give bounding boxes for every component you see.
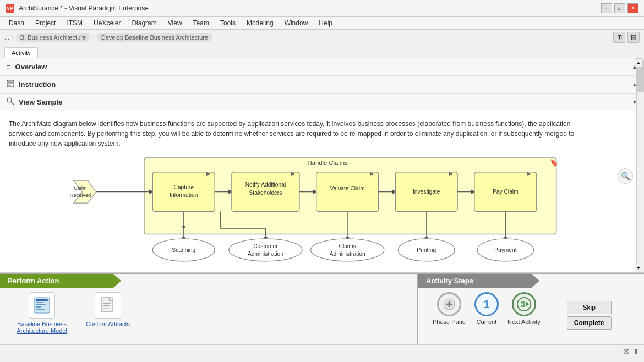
menu-modeling[interactable]: Modeling — [241, 18, 279, 28]
svg-rect-61 — [36, 309, 45, 310]
svg-text:Stakeholders: Stakeholders — [249, 190, 282, 196]
close-button[interactable]: ✕ — [627, 3, 638, 13]
scroll-down-icon[interactable]: ▼ — [635, 264, 642, 272]
svg-point-44 — [229, 239, 302, 261]
svg-text:🔖: 🔖 — [550, 158, 559, 167]
svg-text:Claims: Claims — [339, 243, 356, 249]
menu-project[interactable]: Project — [30, 18, 61, 28]
step-next-activity[interactable]: Next Activity — [507, 292, 541, 325]
complete-button[interactable]: Complete — [567, 316, 612, 330]
step-phase-pane[interactable]: Phase Pane — [433, 292, 466, 325]
tab-activity[interactable]: Activity — [4, 47, 38, 58]
minimize-button[interactable]: ─ — [601, 3, 612, 13]
svg-marker-9 — [74, 180, 96, 203]
current-circle: 1 — [474, 292, 499, 316]
view-sample-label: View Sample — [19, 98, 62, 106]
svg-text:Capture: Capture — [173, 184, 194, 190]
svg-point-4 — [7, 98, 12, 102]
menu-tools[interactable]: Tools — [215, 18, 241, 28]
phase-pane-circle — [437, 292, 461, 316]
baseline-icon — [29, 292, 55, 319]
action-item-baseline[interactable]: Baseline Business Architecture Model — [9, 292, 75, 334]
section-view-sample[interactable]: View Sample ▼ — [0, 94, 644, 111]
menu-uexceler[interactable]: UeXceler — [88, 18, 126, 28]
svg-point-68 — [447, 303, 451, 306]
custom-artifacts-label[interactable]: Custom Artifacts — [86, 321, 130, 327]
step-current[interactable]: 1 Current — [474, 292, 499, 325]
content-area: The ArchiMate diagram below identifies h… — [0, 111, 644, 273]
svg-text:Payment: Payment — [494, 247, 517, 253]
zoom-button[interactable]: 🔍 — [618, 168, 633, 184]
status-bar: ✉ ⬆ — [0, 344, 644, 358]
menu-window[interactable]: Window — [279, 18, 314, 28]
main-content: ≡ Overview ▲ Instruction ▲ View Sample ▼ — [0, 58, 644, 273]
current-label: Current — [477, 319, 497, 325]
svg-rect-65 — [103, 305, 110, 306]
svg-rect-58 — [36, 302, 43, 303]
archimate-diagram: Handle Claims 🔖 Claim Received Capture I… — [28, 155, 616, 271]
breadcrumb-develop-baseline[interactable]: Develop Baseline Business Architecture — [97, 33, 212, 42]
svg-text:Administration: Administration — [330, 251, 365, 257]
svg-text:Administration: Administration — [248, 251, 283, 257]
breadcrumb-ellipsis[interactable]: ... — [4, 34, 9, 41]
title-bar: VP ArchiSurance * - Visual Paradigm Ente… — [0, 0, 644, 17]
svg-rect-59 — [36, 304, 46, 305]
svg-rect-60 — [36, 306, 41, 308]
section-instruction[interactable]: Instruction ▲ — [0, 76, 644, 94]
menu-itsm[interactable]: ITSM — [61, 18, 88, 28]
svg-rect-66 — [103, 308, 108, 309]
tab-bar: Activity — [0, 45, 644, 58]
svg-rect-64 — [103, 303, 111, 304]
action-item-custom[interactable]: Custom Artifacts — [86, 292, 130, 334]
view-sample-icon — [7, 97, 14, 107]
custom-artifacts-icon — [95, 292, 121, 319]
steps-items: Phase Pane 1 Current — [424, 292, 549, 325]
scroll-bar-right[interactable] — [636, 58, 644, 272]
svg-text:Information: Information — [170, 192, 198, 198]
svg-text:Received: Received — [70, 193, 91, 198]
window-title: ArchiSurance * - Visual Paradigm Enterpr… — [19, 4, 149, 12]
next-activity-label: Next Activity — [507, 319, 541, 325]
svg-text:Scanning: Scanning — [172, 247, 195, 253]
baseline-label[interactable]: Baseline Business Architecture Model — [9, 321, 75, 334]
svg-text:▶: ▶ — [527, 171, 531, 177]
layout-icon[interactable]: ▤ — [627, 32, 640, 43]
svg-text:Notify Additional: Notify Additional — [245, 182, 286, 188]
grid-icon[interactable]: ⊞ — [613, 32, 625, 43]
upload-icon[interactable]: ⬆ — [633, 347, 640, 356]
svg-point-47 — [310, 239, 384, 261]
menu-team[interactable]: Team — [188, 18, 215, 28]
menu-view[interactable]: View — [162, 18, 188, 28]
svg-text:Claim: Claim — [74, 185, 87, 191]
menu-help[interactable]: Help — [313, 18, 338, 28]
section-overview[interactable]: ≡ Overview ▲ — [0, 58, 644, 76]
content-text: The ArchiMate diagram below identifies h… — [9, 119, 587, 149]
breadcrumb-business-architecture[interactable]: B. Business Architecture — [16, 33, 90, 42]
svg-text:Printing: Printing — [417, 247, 436, 253]
bottom-section: Perform Action Baseline Business Archite… — [0, 273, 644, 344]
skip-button[interactable]: Skip — [567, 301, 612, 314]
svg-text:▶: ▶ — [291, 171, 296, 177]
svg-text:Investigate: Investigate — [413, 189, 440, 195]
svg-rect-72 — [521, 303, 523, 304]
perform-action-items: Baseline Business Architecture Model Cus… — [0, 292, 417, 334]
overview-icon: ≡ — [7, 63, 11, 71]
menu-diagram[interactable]: Diagram — [126, 18, 162, 28]
menu-dash[interactable]: Dash — [3, 18, 30, 28]
phase-pane-label: Phase Pane — [433, 319, 466, 325]
instruction-icon — [7, 80, 14, 89]
activity-steps-header: Activity Steps — [418, 274, 539, 288]
maximize-button[interactable]: □ — [614, 3, 625, 13]
svg-line-5 — [11, 102, 14, 105]
svg-rect-23 — [316, 172, 379, 212]
perform-action-header: Perform Action — [0, 274, 121, 288]
scroll-up-icon[interactable]: ▲ — [635, 58, 642, 67]
action-buttons: Skip Complete — [558, 297, 620, 334]
svg-text:▶: ▶ — [449, 171, 454, 177]
email-icon[interactable]: ✉ — [623, 347, 630, 356]
svg-text:Valuate Claim: Valuate Claim — [330, 185, 365, 191]
next-activity-circle — [512, 292, 536, 316]
app-icon: VP — [6, 4, 14, 13]
overview-label: Overview — [15, 63, 47, 71]
breadcrumb: ... › B. Business Architecture › Develop… — [0, 30, 644, 45]
